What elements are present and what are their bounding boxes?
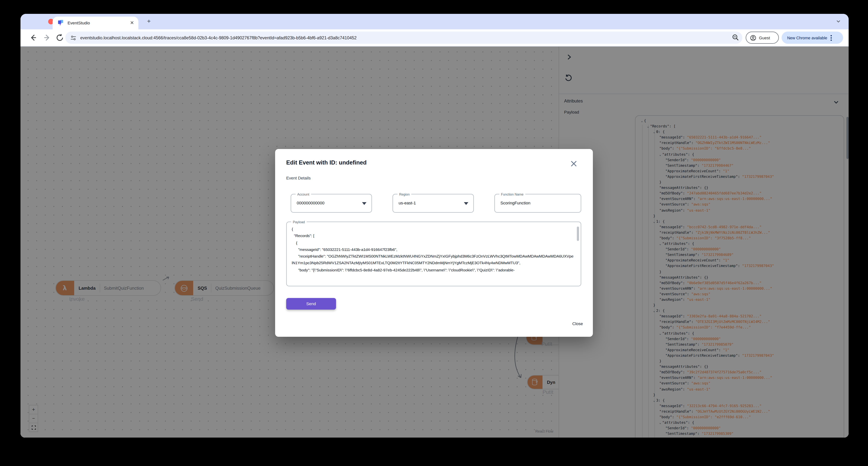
url-text: eventstudio.localhost.localstack.cloud:4… bbox=[80, 35, 357, 40]
payload-scrollbar-thumb[interactable] bbox=[577, 227, 579, 241]
account-value: 000000000000 bbox=[297, 195, 324, 212]
chevron-down-icon bbox=[464, 202, 468, 205]
browser-tab[interactable]: EventStudio ✕ bbox=[53, 17, 138, 29]
edit-event-modal: Edit Event with ID: undefined Event Deta… bbox=[275, 149, 593, 337]
page-content: λ Lambda SubmitQuizFunction Invoke SQS Q… bbox=[21, 47, 849, 438]
payload-textarea[interactable]: Payload { "Records": [ { "messageId": "6… bbox=[286, 222, 581, 286]
tab-search-chevron-icon[interactable] bbox=[836, 19, 841, 24]
browser-menu-icon[interactable] bbox=[831, 35, 832, 41]
modal-subtitle: Event Details bbox=[286, 176, 311, 180]
modal-title: Edit Event with ID: undefined bbox=[286, 159, 367, 166]
reload-icon[interactable] bbox=[55, 33, 64, 42]
region-value: us-east-1 bbox=[399, 195, 416, 212]
site-info-icon[interactable] bbox=[70, 35, 76, 41]
tab-close-icon[interactable]: ✕ bbox=[130, 21, 134, 26]
zoom-indicator-icon[interactable] bbox=[732, 34, 739, 41]
desktop: EventStudio ✕ + eventstudio.localhost.lo… bbox=[0, 0, 868, 466]
chrome-update-label: New Chrome available bbox=[787, 35, 827, 40]
payload-text[interactable]: { "Records": [ { "messageId": "65032221-… bbox=[287, 223, 580, 285]
chevron-down-icon bbox=[362, 202, 367, 205]
back-icon[interactable] bbox=[29, 33, 38, 42]
profile-label: Guest bbox=[759, 35, 770, 40]
region-select[interactable]: Region us-east-1 bbox=[393, 194, 474, 213]
function-name-field[interactable]: Function Name ScoringFunction bbox=[494, 194, 581, 213]
browser-window: EventStudio ✕ + eventstudio.localhost.lo… bbox=[21, 14, 849, 438]
browser-toolbar: eventstudio.localhost.localstack.cloud:4… bbox=[21, 29, 849, 47]
tab-title: EventStudio bbox=[67, 21, 130, 26]
chrome-update-button[interactable]: New Chrome available bbox=[782, 32, 843, 44]
function-name-value: ScoringFunction bbox=[500, 195, 530, 212]
eventstudio-favicon bbox=[58, 20, 64, 26]
address-bar[interactable]: eventstudio.localhost.localstack.cloud:4… bbox=[65, 32, 742, 44]
account-select[interactable]: Account 000000000000 bbox=[291, 194, 372, 213]
close-button[interactable]: Close bbox=[572, 321, 583, 326]
modal-close-icon[interactable] bbox=[570, 160, 578, 167]
send-button[interactable]: Send bbox=[286, 298, 336, 310]
forward-icon[interactable] bbox=[43, 33, 52, 42]
tab-strip: EventStudio ✕ + bbox=[21, 14, 849, 29]
profile-button[interactable]: Guest bbox=[746, 32, 779, 44]
guest-avatar-icon bbox=[750, 35, 756, 41]
new-tab-button[interactable]: + bbox=[145, 18, 153, 26]
panel-scrollbar-thumb[interactable] bbox=[846, 117, 849, 159]
